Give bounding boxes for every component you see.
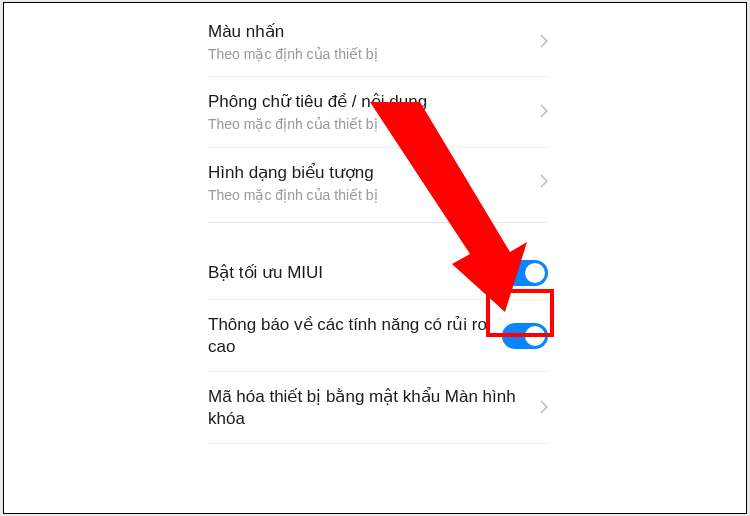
chevron-right-icon <box>540 398 548 419</box>
setting-title: Bật tối ưu MIUI <box>208 262 490 284</box>
setting-text: Mã hóa thiết bị bằng mật khẩu Màn hình k… <box>208 386 540 430</box>
setting-title: Màu nhấn <box>208 21 528 43</box>
setting-title: Mã hóa thiết bị bằng mật khẩu Màn hình k… <box>208 386 528 430</box>
settings-list: Màu nhấn Theo mặc định của thiết bị Phôn… <box>180 7 570 444</box>
setting-row-miui-optimization[interactable]: Bật tối ưu MIUI <box>180 246 570 300</box>
chevron-right-icon <box>540 172 548 193</box>
setting-title: Hình dạng biểu tượng <box>208 162 528 184</box>
screenshot-frame: Màu nhấn Theo mặc định của thiết bị Phôn… <box>3 2 747 514</box>
setting-title: Phông chữ tiêu đề / nội dung <box>208 91 528 113</box>
toggle-knob <box>525 326 545 346</box>
chevron-right-icon <box>540 32 548 53</box>
setting-text: Hình dạng biểu tượng Theo mặc định của t… <box>208 162 540 204</box>
section-divider <box>180 218 570 246</box>
phone-screen: Màu nhấn Theo mặc định của thiết bị Phôn… <box>180 7 570 509</box>
setting-subtitle: Theo mặc định của thiết bị <box>208 45 528 63</box>
setting-text: Bật tối ưu MIUI <box>208 262 502 284</box>
setting-subtitle: Theo mặc định của thiết bị <box>208 115 528 133</box>
setting-row-accent-color[interactable]: Màu nhấn Theo mặc định của thiết bị <box>180 7 570 77</box>
setting-title: Thông báo về các tính năng có rủi ro cao <box>208 314 490 358</box>
setting-row-font[interactable]: Phông chữ tiêu đề / nội dung Theo mặc đị… <box>180 77 570 147</box>
toggle-miui-optimization[interactable] <box>502 260 548 286</box>
setting-text: Thông báo về các tính năng có rủi ro cao <box>208 314 502 358</box>
setting-subtitle: Theo mặc định của thiết bị <box>208 186 528 204</box>
toggle-knob <box>525 263 545 283</box>
setting-text: Màu nhấn Theo mặc định của thiết bị <box>208 21 540 63</box>
setting-row-encrypt-device[interactable]: Mã hóa thiết bị bằng mật khẩu Màn hình k… <box>180 372 570 444</box>
setting-text: Phông chữ tiêu đề / nội dung Theo mặc đị… <box>208 91 540 133</box>
setting-row-risk-notification[interactable]: Thông báo về các tính năng có rủi ro cao <box>180 300 570 372</box>
setting-row-icon-shape[interactable]: Hình dạng biểu tượng Theo mặc định của t… <box>180 148 570 218</box>
toggle-risk-notification[interactable] <box>502 323 548 349</box>
chevron-right-icon <box>540 102 548 123</box>
